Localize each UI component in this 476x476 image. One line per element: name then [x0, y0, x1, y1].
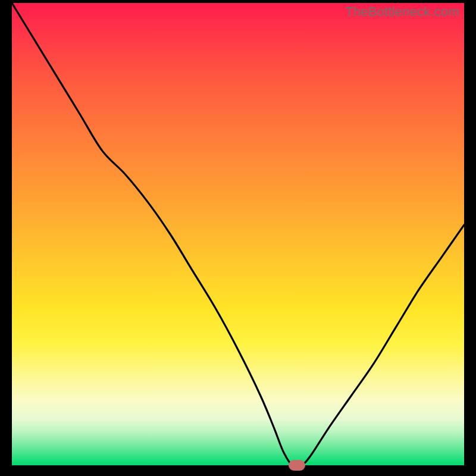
plot-area: TheBottleneck.com	[12, 3, 464, 465]
bottleneck-curve	[12, 3, 464, 465]
watermark-label: TheBottleneck.com	[345, 4, 459, 20]
min-marker	[289, 460, 305, 471]
chart-frame: TheBottleneck.com	[0, 0, 476, 476]
curve-layer	[12, 3, 464, 465]
